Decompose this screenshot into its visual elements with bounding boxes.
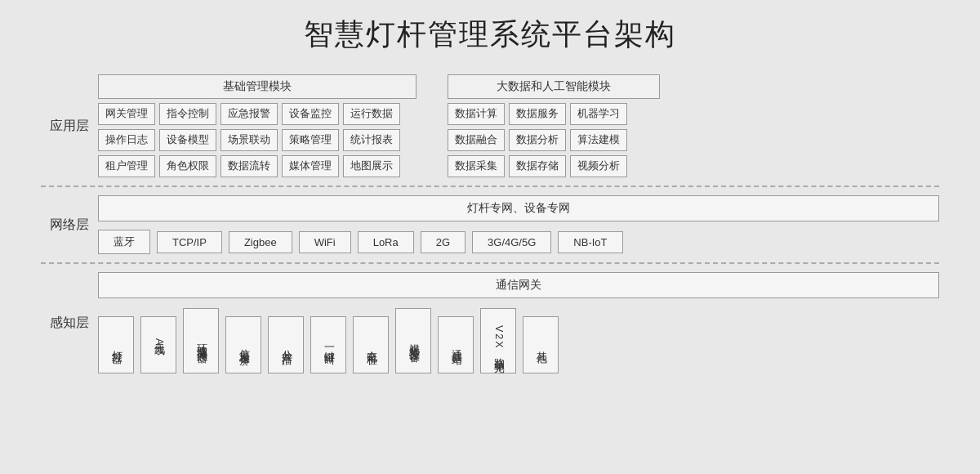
- app-item-datafusion: 数据融合: [448, 129, 505, 151]
- app-item-oplog: 操作日志: [98, 129, 155, 151]
- perc-item-info-screen: 信息发布屏: [225, 316, 261, 373]
- app-right-section: 大数据和人工智能模块 数据计算 数据服务 机器学习 数据融合 数据分析 算法建模…: [448, 74, 660, 177]
- perception-gateway-label: 通信网关: [98, 272, 939, 298]
- perc-item-light-controller: 灯控器: [98, 316, 134, 373]
- app-layer-label: 应用层: [41, 74, 98, 177]
- network-full-label: 灯杆专网、设备专网: [98, 195, 939, 221]
- app-item-statreport: 统计报表: [343, 129, 400, 151]
- app-item-devmonitor: 设备监控: [282, 103, 339, 125]
- app-item-devmodel: 设备模型: [159, 129, 216, 151]
- app-item-datacollect: 数据采集: [448, 155, 505, 177]
- perception-layer-content: 通信网关 灯控器 无线AP 环境监测传感器 信息发布屏 公共广播 一键呼叫 充电…: [98, 272, 939, 373]
- app-item-rundata: 运行数据: [343, 103, 400, 125]
- app-right-row-2: 数据融合 数据分析 算法建模: [448, 129, 660, 151]
- app-layer: 应用层 基础管理模块 网关管理 指令控制 应急报警 设备监控 运行数据 操作日志…: [41, 66, 939, 187]
- page-title: 智慧灯杆管理系统平台架构: [304, 15, 676, 55]
- perc-item-v2x: V2X路侧单元: [480, 308, 516, 373]
- app-item-algo: 算法建模: [570, 129, 627, 151]
- net-item-bluetooth: 蓝牙: [98, 230, 150, 254]
- net-item-3g4g5g: 3G/4G/5G: [472, 231, 551, 253]
- net-item-2g: 2G: [421, 231, 466, 253]
- perc-item-call-btn: 一键呼叫: [310, 316, 346, 373]
- network-items-row: 蓝牙 TCP/IP Zigbee WiFi LoRa 2G 3G/4G/5G N…: [98, 230, 939, 254]
- perc-item-wireless-ap: 无线AP: [140, 316, 176, 373]
- network-layer-label: 网络层: [41, 195, 98, 254]
- net-item-nbiot: NB-IoT: [558, 231, 622, 253]
- perception-layer: 感知层 通信网关 灯控器 无线AP 环境监测传感器 信息发布屏 公共广播 一键呼…: [41, 264, 939, 373]
- net-item-zigbee: Zigbee: [229, 231, 292, 253]
- net-item-tcpip: TCP/IP: [157, 231, 222, 253]
- app-left-section: 基础管理模块 网关管理 指令控制 应急报警 设备监控 运行数据 操作日志 设备模…: [98, 74, 416, 177]
- network-layer-content: 灯杆专网、设备专网 蓝牙 TCP/IP Zigbee WiFi LoRa 2G …: [98, 195, 939, 254]
- app-item-datacalc: 数据计算: [448, 103, 505, 125]
- perc-item-other: 其他: [523, 316, 559, 373]
- left-section-header: 基础管理模块: [98, 74, 416, 99]
- app-item-datasrv: 数据服务: [509, 103, 566, 125]
- app-right-row-3: 数据采集 数据存储 视频分析: [448, 155, 660, 177]
- app-left-row-3: 租户管理 角色权限 数据流转 媒体管理 地图展示: [98, 155, 416, 177]
- app-item-videoanalysis: 视频分析: [570, 155, 627, 177]
- app-left-row-1: 网关管理 指令控制 应急报警 设备监控 运行数据: [98, 103, 416, 125]
- app-item-scene: 场景联动: [220, 129, 278, 151]
- app-item-alarm: 应急报警: [220, 103, 278, 125]
- net-item-wifi: WiFi: [299, 231, 351, 253]
- net-item-lora: LoRa: [358, 231, 414, 253]
- perception-layer-label: 感知层: [41, 272, 98, 373]
- app-item-tenant: 租户管理: [98, 155, 155, 177]
- app-item-map: 地图展示: [343, 155, 400, 177]
- app-item-datastorage: 数据存储: [509, 155, 566, 177]
- main-content: 应用层 基础管理模块 网关管理 指令控制 应急报警 设备监控 运行数据 操作日志…: [41, 66, 939, 373]
- app-item-role: 角色权限: [159, 155, 216, 177]
- perc-item-charging: 充电桩: [353, 316, 389, 373]
- app-layer-content: 基础管理模块 网关管理 指令控制 应急报警 设备监控 运行数据 操作日志 设备模…: [98, 74, 939, 177]
- app-item-dataflow: 数据流转: [220, 155, 278, 177]
- app-item-strategy: 策略管理: [282, 129, 339, 151]
- perc-item-video-monitor: 视频监控设备: [395, 308, 431, 373]
- app-item-gateway: 网关管理: [98, 103, 155, 125]
- app-item-dataanalysis: 数据分析: [509, 129, 566, 151]
- app-item-cmd: 指令控制: [159, 103, 216, 125]
- perc-item-env-sensor: 环境监测传感器: [183, 308, 219, 373]
- app-left-row-2: 操作日志 设备模型 场景联动 策略管理 统计报表: [98, 129, 416, 151]
- perc-item-comm-station: 通信基站: [438, 316, 474, 373]
- app-right-row-1: 数据计算 数据服务 机器学习: [448, 103, 660, 125]
- right-section-header: 大数据和人工智能模块: [448, 74, 660, 99]
- app-item-ml: 机器学习: [570, 103, 627, 125]
- perception-items-row: 灯控器 无线AP 环境监测传感器 信息发布屏 公共广播 一键呼叫 充电桩 视频监…: [98, 308, 939, 373]
- perc-item-broadcast: 公共广播: [268, 316, 304, 373]
- app-item-media: 媒体管理: [282, 155, 339, 177]
- app-sections: 基础管理模块 网关管理 指令控制 应急报警 设备监控 运行数据 操作日志 设备模…: [98, 74, 939, 177]
- network-layer: 网络层 灯杆专网、设备专网 蓝牙 TCP/IP Zigbee WiFi LoRa…: [41, 187, 939, 264]
